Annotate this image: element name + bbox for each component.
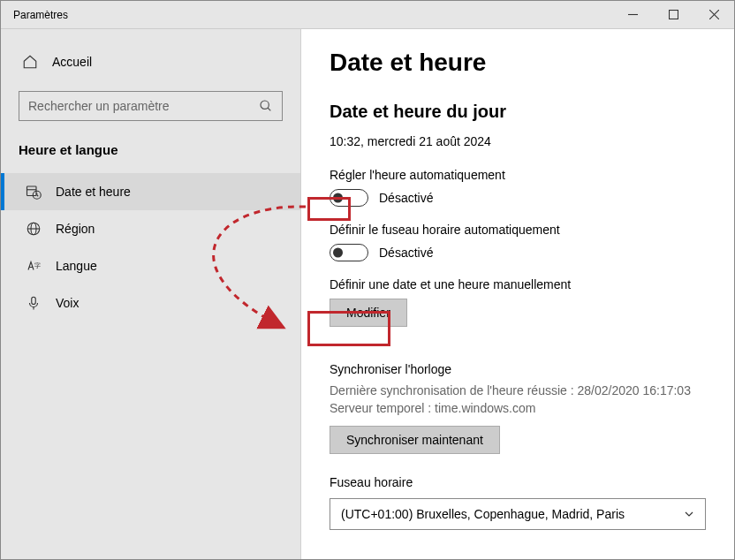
search-input[interactable] bbox=[28, 99, 259, 113]
microphone-icon bbox=[26, 295, 42, 311]
chevron-down-icon bbox=[684, 509, 694, 519]
category-heading: Heure et langue bbox=[1, 142, 300, 173]
sidebar-item-region[interactable]: Région bbox=[1, 210, 300, 247]
svg-text:字: 字 bbox=[34, 262, 41, 269]
home-icon bbox=[22, 54, 38, 70]
sidebar-item-label: Région bbox=[56, 222, 95, 236]
sync-now-button[interactable]: Synchroniser maintenant bbox=[330, 426, 500, 454]
svg-line-5 bbox=[268, 108, 270, 110]
close-button[interactable] bbox=[693, 2, 734, 28]
main-content: Date et heure Date et heure du jour 10:3… bbox=[301, 29, 734, 559]
timezone-value: (UTC+01:00) Bruxelles, Copenhague, Madri… bbox=[341, 507, 625, 521]
current-datetime-value: 10:32, mercredi 21 août 2024 bbox=[330, 134, 706, 148]
svg-line-10 bbox=[37, 195, 39, 197]
maximize-button[interactable] bbox=[653, 2, 693, 28]
timezone-heading: Fuseau horaire bbox=[330, 475, 706, 489]
sidebar-item-label: Voix bbox=[56, 296, 79, 310]
page-title: Date et heure bbox=[330, 49, 706, 77]
auto-timezone-state: Désactivé bbox=[379, 246, 433, 260]
window-title: Paramètres bbox=[1, 9, 68, 21]
sync-clock-heading: Synchroniser l'horloge bbox=[330, 362, 706, 376]
sidebar-item-language[interactable]: 字 Langue bbox=[1, 247, 300, 284]
auto-time-label: Régler l'heure automatiquement bbox=[330, 168, 706, 182]
sidebar-item-voice[interactable]: Voix bbox=[1, 284, 300, 322]
svg-rect-15 bbox=[32, 297, 36, 304]
auto-timezone-label: Définir le fuseau horaire automatiquemen… bbox=[330, 223, 706, 237]
sidebar-item-label: Langue bbox=[56, 259, 97, 273]
section-heading-current-datetime: Date et heure du jour bbox=[330, 102, 706, 122]
svg-rect-1 bbox=[669, 11, 678, 19]
maximize-icon bbox=[669, 10, 678, 19]
auto-time-toggle[interactable] bbox=[330, 189, 368, 207]
title-bar: Paramètres bbox=[1, 1, 734, 29]
minimize-button[interactable] bbox=[612, 2, 653, 28]
home-label: Accueil bbox=[52, 55, 92, 69]
sync-last-text: Dernière synchronisation de l'heure réus… bbox=[330, 383, 706, 397]
sync-server-text: Serveur temporel : time.windows.com bbox=[330, 401, 706, 415]
globe-icon bbox=[26, 221, 42, 237]
auto-time-state: Désactivé bbox=[379, 191, 433, 205]
auto-timezone-toggle[interactable] bbox=[330, 244, 368, 261]
close-icon bbox=[709, 10, 719, 19]
manual-set-label: Définir une date et une heure manuelleme… bbox=[330, 277, 706, 291]
sidebar-item-date-time[interactable]: Date et heure bbox=[1, 173, 300, 210]
sidebar-item-label: Date et heure bbox=[56, 185, 131, 199]
home-nav[interactable]: Accueil bbox=[1, 47, 300, 87]
search-icon bbox=[259, 99, 273, 113]
search-box[interactable] bbox=[19, 91, 283, 121]
timezone-select[interactable]: (UTC+01:00) Bruxelles, Copenhague, Madri… bbox=[330, 498, 706, 530]
language-icon: 字 bbox=[26, 258, 42, 274]
svg-point-4 bbox=[261, 101, 269, 109]
minimize-icon bbox=[628, 10, 638, 19]
change-button[interactable]: Modifier bbox=[330, 299, 407, 327]
svg-rect-6 bbox=[27, 186, 37, 196]
clock-calendar-icon bbox=[26, 184, 42, 200]
sidebar: Accueil Heure et langue Date et heure Ré… bbox=[1, 29, 301, 559]
